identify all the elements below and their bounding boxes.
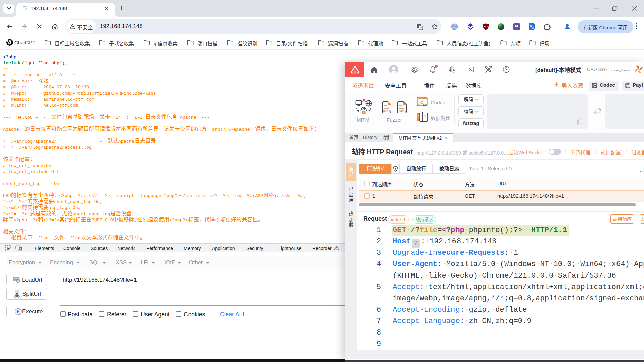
svg-text:文: 文 <box>419 26 422 30</box>
svg-text:Web: Web <box>383 109 391 113</box>
svg-text:uO: uO <box>484 25 488 28</box>
svg-text:</>: </> <box>423 103 427 107</box>
svg-text:A: A <box>532 26 534 30</box>
svg-text:WS: WS <box>399 109 406 113</box>
